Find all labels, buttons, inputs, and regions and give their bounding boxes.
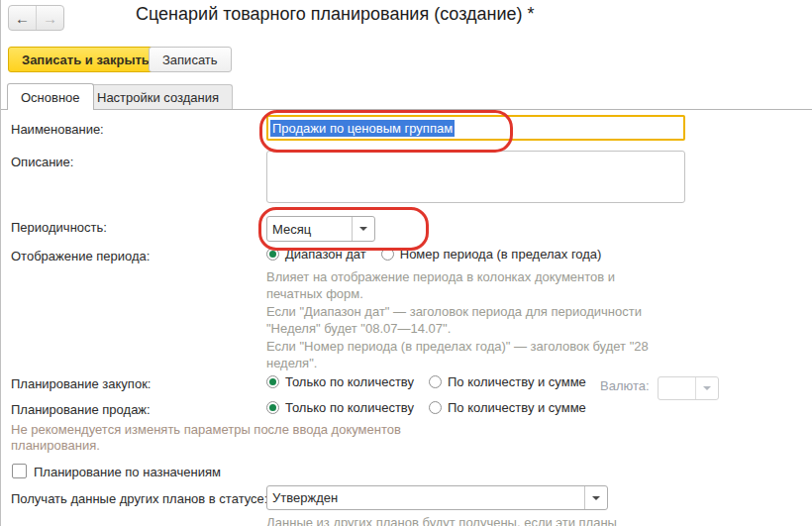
- sales-planning-radio-group: Только по количеству По количеству и сум…: [266, 400, 601, 415]
- description-label: Описание:: [11, 155, 73, 169]
- radio-option-quantity-only[interactable]: Только по количеству: [266, 400, 414, 415]
- back-button[interactable]: ←: [9, 6, 37, 30]
- chevron-down-icon: [359, 227, 367, 231]
- assignments-checkbox[interactable]: [12, 464, 27, 478]
- purchase-planning-radio-group: Только по количеству По количеству и сум…: [266, 374, 601, 389]
- radio-option-quantity-and-sum[interactable]: По количеству и сумме: [429, 400, 586, 415]
- history-nav-buttons: ← →: [8, 5, 64, 31]
- tab-creation-settings[interactable]: Настройки создания: [83, 84, 233, 109]
- radio-unselected-icon: [429, 401, 442, 414]
- periodicity-value: Месяц: [267, 217, 352, 241]
- radio-selected-icon: [266, 401, 279, 414]
- period-display-help-text: Влияет на отображение периода в колонках…: [266, 268, 692, 371]
- radio-option-quantity-only[interactable]: Только по количеству: [266, 374, 414, 389]
- tab-main[interactable]: Основное: [7, 83, 94, 110]
- period-display-radio-group: Диапазон дат Номер периода (в пределах г…: [266, 247, 616, 262]
- page-title: Сценарий товарного планирования (создани…: [136, 4, 535, 25]
- radio-unselected-icon: [381, 248, 394, 261]
- currency-value: [659, 377, 695, 399]
- radio-selected-icon: [266, 375, 279, 388]
- plans-status-value: Утвержден: [267, 486, 584, 509]
- currency-combobox[interactable]: [658, 376, 719, 400]
- sales-planning-label: Планирование продаж:: [11, 402, 151, 417]
- radio-option-label: Номер периода (в пределах года): [400, 247, 602, 262]
- radio-option-quantity-and-sum[interactable]: По количеству и сумме: [429, 374, 586, 389]
- back-arrow-icon: ←: [15, 10, 30, 27]
- warning-text: Не рекомендуется изменять параметры посл…: [11, 422, 447, 454]
- forward-arrow-icon: →: [43, 10, 57, 27]
- save-and-close-button[interactable]: Записать и закрыть: [8, 47, 163, 72]
- radio-unselected-icon: [429, 375, 442, 388]
- assignments-checkbox-label[interactable]: Планирование по назначениям: [34, 465, 221, 479]
- currency-dropdown-button[interactable]: [695, 377, 718, 399]
- radio-option-label: По количеству и сумме: [448, 374, 586, 389]
- name-input-selected-text: Продажи по ценовым группам: [270, 120, 455, 137]
- name-label: Наименование:: [11, 122, 104, 137]
- chevron-down-icon: [592, 496, 600, 500]
- tab-separator-line: [1, 109, 812, 110]
- name-input[interactable]: Продажи по ценовым группам: [266, 115, 685, 141]
- periodicity-combobox[interactable]: Месяц: [266, 216, 375, 242]
- radio-selected-icon: [266, 248, 279, 261]
- currency-label: Валюта:: [600, 378, 650, 393]
- save-button[interactable]: Записать: [149, 47, 232, 72]
- purchase-planning-label: Планирование закупок:: [11, 376, 151, 391]
- plans-status-help-text: Данные из других планов будут получены, …: [266, 514, 702, 526]
- radio-option-date-range[interactable]: Диапазон дат: [266, 247, 366, 262]
- forward-button[interactable]: →: [37, 6, 63, 30]
- radio-option-label: Диапазон дат: [285, 247, 366, 262]
- chevron-down-icon: [703, 386, 711, 390]
- periodicity-dropdown-button[interactable]: [352, 217, 374, 241]
- plans-status-dropdown-button[interactable]: [584, 486, 607, 509]
- radio-option-label: Только по количеству: [285, 374, 414, 389]
- radio-option-label: По количеству и сумме: [448, 400, 586, 415]
- radio-option-period-number[interactable]: Номер периода (в пределах года): [381, 247, 602, 262]
- plans-status-combobox[interactable]: Утвержден: [266, 485, 608, 510]
- periodicity-label: Периодичность:: [11, 220, 107, 235]
- plans-status-label: Получать данные других планов в статусе:: [11, 491, 267, 506]
- radio-option-label: Только по количеству: [285, 400, 414, 415]
- period-display-label: Отображение периода:: [11, 249, 150, 263]
- description-textarea[interactable]: [266, 151, 685, 203]
- scenario-form-window: ← → Сценарий товарного планирования (соз…: [0, 0, 812, 526]
